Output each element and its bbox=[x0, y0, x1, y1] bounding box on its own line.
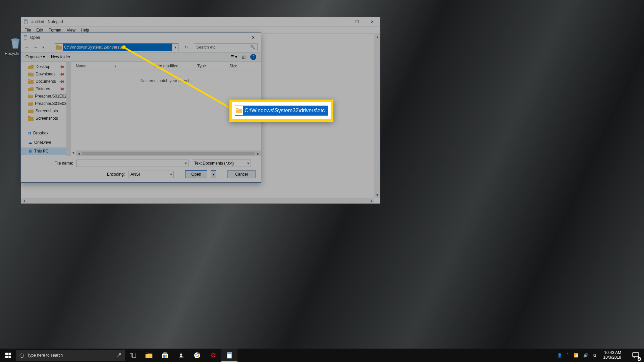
file-name-input[interactable]: ▾ bbox=[76, 160, 189, 167]
cancel-button[interactable]: Cancel bbox=[227, 170, 256, 178]
menu-view[interactable]: View bbox=[67, 28, 75, 33]
dropbox-tray-icon[interactable]: ⧉ bbox=[593, 353, 596, 358]
menu-file[interactable]: File bbox=[24, 28, 31, 33]
preview-pane-button[interactable]: ◫ bbox=[242, 55, 246, 59]
nav-back-button[interactable]: ← bbox=[24, 45, 30, 50]
svg-rect-36 bbox=[165, 355, 167, 356]
tree-item[interactable]: ⧉Dropbox bbox=[21, 129, 66, 137]
vlc-icon[interactable] bbox=[173, 349, 189, 362]
tree-item[interactable]: Preacher.S01E03 bbox=[21, 100, 66, 107]
scroll-right-icon[interactable]: ▸ bbox=[369, 198, 374, 203]
refresh-button[interactable]: ↻ bbox=[182, 43, 191, 51]
tree-item[interactable]: Downloads📌 bbox=[21, 70, 66, 78]
svg-rect-3 bbox=[24, 36, 27, 37]
taskbar-search[interactable]: ◯ Type here to search 🎤 bbox=[16, 350, 125, 361]
dialog-nav-row: ← → ▾ ↑ C:\Windows\System32\drivers\etc … bbox=[21, 42, 261, 52]
app-icon[interactable] bbox=[205, 349, 221, 362]
tree-expand-icon[interactable]: ▾ bbox=[71, 150, 76, 156]
address-path[interactable]: C:\Windows\System32\drivers\etc bbox=[63, 44, 172, 51]
scroll-up-icon[interactable]: ▴ bbox=[374, 34, 380, 40]
scroll-down-icon[interactable]: ▾ bbox=[374, 192, 380, 198]
svg-rect-49 bbox=[227, 352, 231, 354]
svg-rect-28 bbox=[8, 356, 11, 358]
column-headers[interactable]: Name ▴ Date modified Type Size bbox=[71, 62, 261, 70]
pin-icon: 📌 bbox=[58, 63, 65, 70]
volume-icon[interactable]: 🔊 bbox=[583, 353, 588, 358]
maximize-button[interactable]: ☐ bbox=[349, 17, 365, 26]
dropdown-icon[interactable]: ▾ bbox=[247, 161, 249, 166]
action-center-button[interactable]: 4 bbox=[629, 349, 643, 362]
svg-rect-19 bbox=[28, 110, 34, 113]
file-type-select[interactable]: Text Documents (*.txt)▾ bbox=[192, 160, 251, 167]
notification-badge: 4 bbox=[638, 357, 641, 361]
tree-item[interactable]: 🖥This PC bbox=[21, 147, 66, 155]
encoding-select[interactable]: ANSI▾ bbox=[128, 171, 174, 178]
list-horizontal-scrollbar[interactable]: ◂▸ bbox=[76, 150, 261, 156]
scroll-left-icon[interactable]: ◂ bbox=[21, 198, 27, 203]
organize-button[interactable]: Organize ▾ bbox=[25, 55, 45, 59]
tree-item[interactable]: Screenshots bbox=[21, 107, 66, 115]
people-icon[interactable]: 👤 bbox=[557, 353, 562, 358]
svg-rect-41 bbox=[180, 356, 182, 357]
annotation-callout: C:\Windows\System32\drivers\etc bbox=[229, 100, 333, 122]
nav-up-button[interactable]: ↑ bbox=[48, 45, 52, 50]
svg-rect-11 bbox=[28, 80, 34, 84]
svg-rect-50 bbox=[633, 353, 639, 357]
open-button-dropdown[interactable]: ▾ bbox=[211, 170, 216, 178]
tree-item[interactable]: Screenshots bbox=[21, 115, 66, 122]
minimize-button[interactable]: ─ bbox=[334, 17, 349, 26]
tree-item[interactable]: Preacher.S01E02 bbox=[21, 93, 66, 100]
navigation-tree[interactable]: Desktop📌Downloads📌Documents📌Pictures📌Pre… bbox=[21, 62, 67, 156]
network-icon[interactable]: 📶 bbox=[574, 353, 579, 358]
dialog-close-button[interactable]: ✕ bbox=[246, 33, 261, 42]
svg-marker-20 bbox=[28, 116, 34, 117]
dropdown-icon[interactable]: ▾ bbox=[170, 172, 172, 177]
tree-item[interactable]: Desktop📌 bbox=[21, 63, 66, 70]
search-field[interactable]: Search etc 🔍 bbox=[194, 43, 258, 51]
svg-marker-14 bbox=[28, 95, 33, 96]
dropdown-icon[interactable]: ▾ bbox=[185, 161, 187, 166]
view-options-button[interactable]: ☰ ▾ bbox=[230, 55, 237, 59]
help-button[interactable]: ? bbox=[250, 54, 256, 60]
address-dropdown-icon[interactable]: ▾ bbox=[172, 44, 178, 51]
tree-item[interactable]: Pictures📌 bbox=[21, 85, 66, 93]
horizontal-scrollbar[interactable]: ◂ ▸ bbox=[21, 198, 374, 203]
svg-rect-30 bbox=[132, 353, 136, 358]
tree-item-label: Documents bbox=[36, 79, 56, 84]
svg-rect-5 bbox=[56, 46, 62, 50]
open-button[interactable]: Open bbox=[185, 170, 207, 178]
search-placeholder: Type here to search bbox=[27, 353, 63, 358]
tree-item-label: Dropbox bbox=[33, 131, 48, 135]
svg-rect-21 bbox=[28, 117, 34, 121]
task-view-button[interactable] bbox=[125, 349, 141, 362]
start-button[interactable] bbox=[0, 349, 16, 362]
tree-item[interactable]: Documents📌 bbox=[21, 78, 66, 85]
svg-point-45 bbox=[196, 354, 198, 356]
nav-forward-button[interactable]: → bbox=[33, 45, 38, 50]
notepad-title: Untitled - Notepad bbox=[31, 19, 63, 24]
menu-edit[interactable]: Edit bbox=[36, 28, 43, 33]
tray-overflow-icon[interactable]: ˄ bbox=[567, 353, 569, 358]
tree-scrollbar[interactable] bbox=[67, 62, 71, 156]
taskbar-clock[interactable]: 10:43 AM10/3/2018 bbox=[601, 351, 624, 360]
notepad-titlebar[interactable]: Untitled - Notepad ─ ☐ ✕ bbox=[21, 17, 380, 26]
notepad-taskbar-icon[interactable] bbox=[221, 349, 237, 362]
menu-help[interactable]: Help bbox=[81, 28, 89, 33]
vertical-scrollbar[interactable]: ▴ ▾ bbox=[374, 34, 380, 198]
file-explorer-icon[interactable] bbox=[141, 349, 157, 362]
menu-format[interactable]: Format bbox=[49, 28, 61, 33]
microsoft-store-icon[interactable] bbox=[157, 349, 173, 362]
svg-rect-15 bbox=[28, 95, 33, 98]
tree-item[interactable]: ☁OneDrive bbox=[21, 139, 66, 146]
svg-marker-6 bbox=[28, 65, 34, 66]
microphone-icon[interactable]: 🎤 bbox=[116, 353, 121, 358]
address-bar[interactable]: C:\Windows\System32\drivers\etc ▾ bbox=[55, 43, 178, 51]
dialog-title: Open bbox=[30, 35, 40, 40]
dialog-titlebar[interactable]: Open ✕ bbox=[21, 33, 261, 42]
chrome-icon[interactable] bbox=[189, 349, 205, 362]
nav-recent-dropdown[interactable]: ▾ bbox=[42, 45, 45, 50]
new-folder-button[interactable]: New folder bbox=[51, 55, 70, 59]
tree-item-label: Desktop bbox=[36, 64, 50, 69]
svg-rect-38 bbox=[165, 356, 167, 358]
close-button[interactable]: ✕ bbox=[365, 17, 380, 26]
